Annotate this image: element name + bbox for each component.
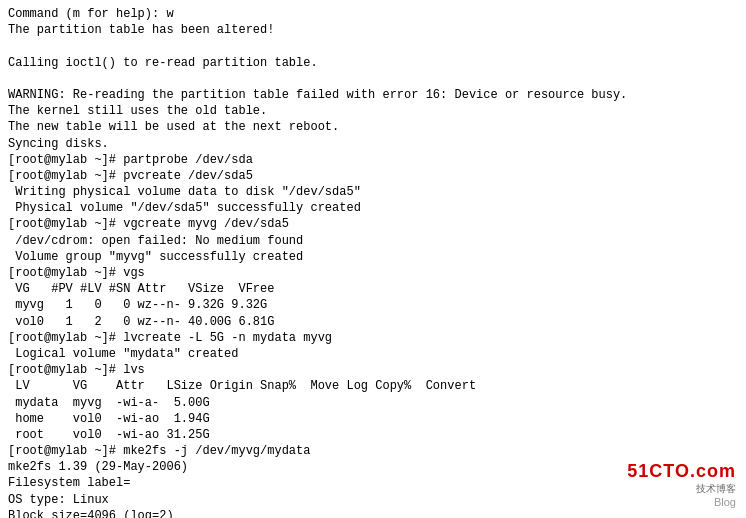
- terminal-output: Command (m for help): w The partition ta…: [8, 6, 738, 518]
- watermark: 51CTO.com 技术博客 Blog: [627, 461, 736, 508]
- watermark-blog: Blog: [714, 496, 736, 508]
- watermark-sub: 技术博客: [696, 482, 736, 496]
- terminal-window: Command (m for help): w The partition ta…: [0, 0, 746, 518]
- watermark-logo: 51CTO.com: [627, 461, 736, 482]
